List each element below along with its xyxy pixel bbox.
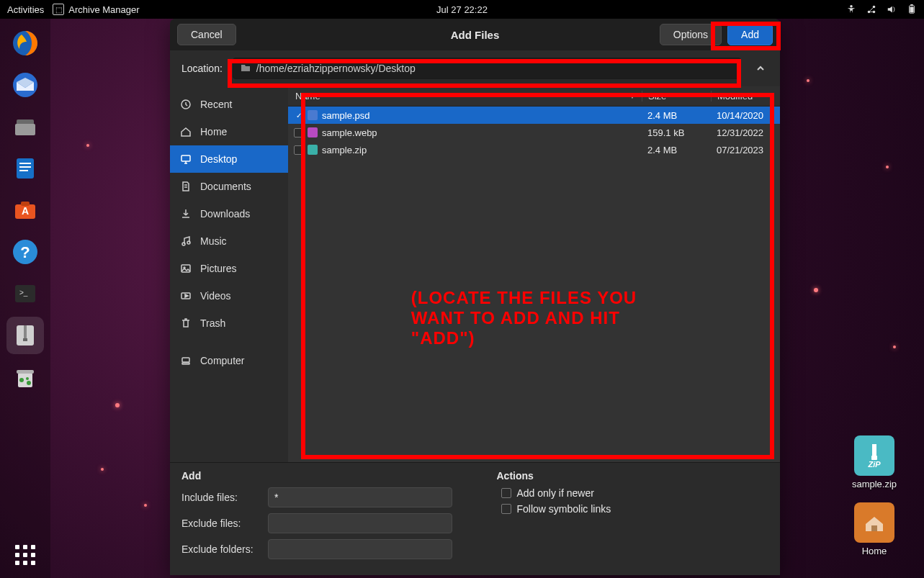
accessibility-icon[interactable] bbox=[846, 4, 856, 14]
folder-icon bbox=[241, 63, 251, 75]
sidebar-item-computer[interactable]: Computer bbox=[170, 347, 288, 374]
file-name: sample.zip bbox=[322, 145, 367, 155]
sidebar-item-home[interactable]: Home bbox=[170, 118, 288, 145]
file-modified: 07/21/2023 bbox=[711, 145, 780, 155]
sidebar-item-documents[interactable]: Documents bbox=[170, 173, 288, 200]
desktop-icon-home[interactable]: Home bbox=[842, 502, 907, 556]
clock[interactable]: Jul 27 22:22 bbox=[436, 4, 488, 15]
options-button[interactable]: Options bbox=[660, 24, 722, 45]
activities-button[interactable]: Activities bbox=[7, 4, 44, 15]
cancel-button[interactable]: Cancel bbox=[177, 24, 236, 45]
svg-rect-12 bbox=[19, 163, 31, 164]
videos-icon bbox=[180, 290, 192, 302]
file-checkbox[interactable] bbox=[294, 145, 303, 155]
exclude-folders-input[interactable] bbox=[268, 539, 452, 559]
include-files-input[interactable] bbox=[268, 487, 452, 507]
exclude-files-input[interactable] bbox=[268, 513, 452, 533]
file-name: sample.psd bbox=[322, 110, 369, 121]
dock-writer[interactable] bbox=[6, 150, 44, 187]
trash-icon bbox=[180, 317, 192, 329]
actions-section-title: Actions bbox=[497, 470, 769, 482]
file-row[interactable]: sample.zip2.4 MB07/21/2023 bbox=[288, 141, 780, 158]
webp-file-icon bbox=[308, 127, 318, 137]
svg-rect-10 bbox=[15, 124, 35, 135]
svg-point-36 bbox=[182, 243, 185, 245]
file-size: 2.4 MB bbox=[642, 110, 711, 121]
sidebar-item-desktop[interactable]: Desktop bbox=[170, 145, 288, 173]
svg-rect-38 bbox=[181, 265, 190, 272]
sidebar-item-downloads[interactable]: Downloads bbox=[170, 200, 288, 227]
desktop-icon-label: sample.zip bbox=[852, 479, 897, 489]
dock-terminal[interactable]: >_ bbox=[6, 275, 44, 312]
app-menu[interactable]: ⬚ Archive Manager bbox=[53, 4, 139, 15]
add-files-dialog: Cancel Add Files Options Add Location: /… bbox=[170, 19, 780, 575]
desktop-icon-sample-zip[interactable]: ZiP sample.zip bbox=[842, 435, 907, 489]
dock-firefox[interactable] bbox=[6, 24, 44, 62]
svg-rect-13 bbox=[19, 166, 31, 168]
pictures-icon bbox=[180, 263, 192, 274]
collapse-location-button[interactable] bbox=[753, 60, 768, 76]
exclude-files-label: Exclude files: bbox=[181, 518, 259, 529]
dock-archive-manager[interactable] bbox=[6, 317, 44, 354]
recent-icon bbox=[180, 99, 192, 110]
svg-text:?: ? bbox=[20, 243, 30, 261]
file-checkbox[interactable] bbox=[294, 128, 303, 137]
dialog-titlebar: Cancel Add Files Options Add bbox=[170, 19, 780, 50]
svg-point-0 bbox=[850, 5, 853, 8]
sidebar-item-label: Documents bbox=[200, 181, 251, 192]
sidebar-item-trash[interactable]: Trash bbox=[170, 310, 288, 337]
zip-file-icon bbox=[308, 145, 318, 155]
sidebar-item-music[interactable]: Music bbox=[170, 227, 288, 255]
svg-rect-14 bbox=[19, 170, 28, 171]
dock-thunderbird[interactable] bbox=[6, 66, 44, 104]
home-folder-icon bbox=[854, 502, 894, 543]
dock-files[interactable] bbox=[6, 108, 44, 145]
svg-rect-26 bbox=[17, 370, 34, 374]
column-header-name[interactable]: Name ▼ bbox=[288, 91, 642, 101]
volume-icon[interactable] bbox=[887, 4, 897, 14]
options-panel: Add Include files: Exclude files: Exclud… bbox=[170, 462, 780, 575]
svg-rect-35 bbox=[181, 155, 190, 161]
file-row[interactable]: sample.webp159.1 kB12/31/2022 bbox=[288, 124, 780, 141]
file-rows: ✓sample.psd2.4 MB10/14/2020sample.webp15… bbox=[288, 107, 780, 462]
file-checkbox[interactable]: ✓ bbox=[294, 111, 303, 120]
svg-rect-23 bbox=[24, 325, 27, 340]
downloads-icon bbox=[180, 208, 192, 220]
sidebar-item-videos[interactable]: Videos bbox=[170, 282, 288, 310]
zip-file-icon: ZiP bbox=[854, 435, 894, 476]
sidebar-item-pictures[interactable]: Pictures bbox=[170, 255, 288, 282]
sidebar-item-label: Desktop bbox=[200, 153, 237, 165]
archive-manager-icon: ⬚ bbox=[53, 4, 64, 15]
dock-help[interactable]: ? bbox=[6, 233, 44, 271]
app-grid-button[interactable] bbox=[0, 545, 50, 565]
add-button[interactable]: Add bbox=[727, 24, 773, 45]
add-newer-label: Add only if newer bbox=[517, 487, 594, 499]
column-header-size[interactable]: Size bbox=[642, 91, 711, 101]
follow-symlinks-checkbox[interactable]: Follow symbolic links bbox=[501, 503, 769, 515]
svg-text:ZiP: ZiP bbox=[867, 460, 881, 469]
top-panel: Activities ⬚ Archive Manager Jul 27 22:2… bbox=[0, 0, 924, 19]
sidebar-item-recent[interactable]: Recent bbox=[170, 91, 288, 118]
dock-trash[interactable] bbox=[6, 358, 44, 396]
add-only-if-newer-checkbox[interactable]: Add only if newer bbox=[501, 487, 769, 499]
desktop-icon bbox=[180, 153, 192, 165]
battery-icon[interactable] bbox=[907, 4, 917, 14]
psd-file-icon bbox=[308, 110, 318, 120]
annotation-hint: (LOCATE THE FILES YOU WANT TO ADD AND HI… bbox=[411, 288, 658, 348]
svg-rect-41 bbox=[182, 358, 189, 362]
app-name-label: Archive Manager bbox=[68, 4, 139, 15]
file-size: 2.4 MB bbox=[642, 145, 711, 155]
network-icon[interactable] bbox=[866, 4, 876, 14]
file-row[interactable]: ✓sample.psd2.4 MB10/14/2020 bbox=[288, 107, 780, 124]
checkbox-icon bbox=[501, 504, 511, 514]
svg-rect-33 bbox=[871, 525, 877, 531]
location-input[interactable]: /home/ezriahzippernowsky/Desktop bbox=[233, 58, 741, 79]
svg-point-29 bbox=[27, 381, 31, 385]
computer-icon bbox=[180, 355, 192, 366]
svg-text:A: A bbox=[22, 205, 29, 217]
file-list-area: Name ▼ Size Modified ✓sample.psd2.4 MB10… bbox=[288, 86, 780, 462]
dock-software[interactable]: A bbox=[6, 191, 44, 229]
location-path-text: /home/ezriahzippernowsky/Desktop bbox=[256, 63, 416, 74]
column-header-modified[interactable]: Modified bbox=[711, 91, 780, 101]
add-section-title: Add bbox=[181, 470, 454, 482]
